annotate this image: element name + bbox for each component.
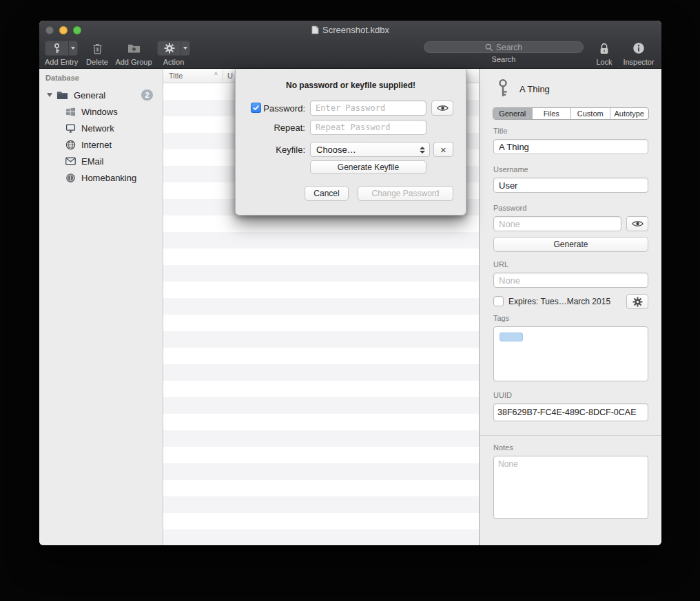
sidebar-item-label: Internet <box>81 140 112 150</box>
search-placeholder: Search <box>496 43 522 52</box>
sidebar-item-label: General <box>74 90 105 101</box>
column-divider[interactable] <box>223 70 223 81</box>
delete-button[interactable]: Delete <box>85 41 110 66</box>
section-divider <box>480 435 661 436</box>
password-reveal-button[interactable] <box>626 216 648 231</box>
tab-general[interactable]: General <box>493 108 533 119</box>
sidebar-item-network[interactable]: Network <box>39 120 163 136</box>
sidebar-item-label: Windows <box>81 107 118 117</box>
expires-label: Expires: Tues…March 2015 <box>508 297 610 306</box>
eye-icon <box>437 104 449 112</box>
password-input[interactable] <box>310 101 426 116</box>
password-checkbox[interactable] <box>251 103 261 113</box>
sidebar-item-general[interactable]: General 2 <box>39 87 163 103</box>
generate-keyfile-button[interactable]: Generate Keyfile <box>310 160 426 174</box>
zoom-button[interactable] <box>73 26 81 34</box>
title-column-header[interactable]: Title <box>169 72 183 80</box>
cancel-button[interactable]: Cancel <box>305 186 349 201</box>
url-field-label: URL <box>493 260 508 268</box>
keyfile-field-label: Keyfile: <box>276 145 305 155</box>
lock-label: Lock <box>596 58 612 66</box>
minimize-button[interactable] <box>59 26 68 34</box>
app-window: Screenshot.kdbx <box>39 21 661 545</box>
eye-icon <box>632 220 644 228</box>
entry-key-icon <box>495 78 511 98</box>
desktop: Screenshot.kdbx <box>0 0 700 601</box>
envelope-icon <box>65 157 76 165</box>
uuid-field[interactable] <box>493 403 648 421</box>
key-icon <box>51 43 63 54</box>
notes-textarea[interactable] <box>493 456 648 519</box>
title-input[interactable] <box>493 139 648 154</box>
lock-button[interactable]: Lock <box>594 41 615 66</box>
action-label: Action <box>163 58 185 66</box>
password-reveal-button[interactable] <box>431 101 453 116</box>
disclosure-triangle-icon[interactable] <box>47 93 52 97</box>
add-group-button[interactable]: Add Group <box>112 41 155 66</box>
tab-files[interactable]: Files <box>533 108 572 119</box>
monitor-icon <box>65 123 76 134</box>
window-title: Screenshot.kdbx <box>322 25 389 35</box>
sidebar-item-label: EMail <box>81 156 104 167</box>
sidebar-item-windows[interactable]: Windows <box>39 103 163 120</box>
expires-settings-button[interactable] <box>626 294 648 309</box>
keyfile-select[interactable]: Choose… <box>310 142 430 157</box>
title-field-label: Title <box>493 127 507 135</box>
username-input[interactable] <box>493 178 648 193</box>
dialog-message: No password or keyfile supplied! <box>236 81 466 90</box>
password-field-label: Password: <box>263 103 305 114</box>
close-button[interactable] <box>45 26 54 34</box>
expires-checkbox[interactable] <box>493 296 504 306</box>
entry-count-badge: 2 <box>141 89 153 101</box>
username-column-header[interactable]: U <box>227 72 233 80</box>
traffic-lights <box>45 26 81 34</box>
tags-box[interactable] <box>493 326 648 381</box>
tab-custom[interactable]: Custom <box>571 108 610 119</box>
add-entry-label: Add Entry <box>45 58 78 66</box>
search-tool: Search Search <box>424 41 584 63</box>
inspector-panel: A Thing General Files Custom Autotype Ti… <box>479 69 661 545</box>
sidebar-item-internet[interactable]: Internet <box>39 136 163 153</box>
action-button[interactable]: Action <box>157 41 190 66</box>
repeat-password-input[interactable] <box>310 120 426 135</box>
add-entry-dropdown[interactable] <box>68 41 77 55</box>
password-dialog: No password or keyfile supplied! Passwor… <box>235 69 466 215</box>
sidebar-item-label: Network <box>81 123 114 134</box>
inspector-button[interactable]: Inspector <box>619 41 658 66</box>
inspector-label: Inspector <box>623 58 654 66</box>
generate-password-button[interactable]: Generate <box>493 237 648 252</box>
search-label: Search <box>492 55 516 63</box>
tag-chip[interactable] <box>500 333 523 341</box>
tab-autotype[interactable]: Autotype <box>610 108 649 119</box>
document-icon <box>311 25 319 34</box>
delete-label: Delete <box>86 58 108 66</box>
sidebar: Database General 2 <box>39 69 163 545</box>
add-folder-icon <box>127 43 141 54</box>
windows-icon <box>65 107 76 117</box>
window-title-area: Screenshot.kdbx <box>39 21 661 39</box>
chevron-down-icon <box>71 47 75 50</box>
tags-field-label: Tags <box>493 314 509 322</box>
action-dropdown[interactable] <box>181 41 189 55</box>
username-field-label: Username <box>493 165 528 173</box>
window-chrome: Screenshot.kdbx <box>39 21 661 69</box>
titlebar: Screenshot.kdbx <box>39 21 661 39</box>
password-field-label: Password <box>493 204 526 212</box>
add-group-label: Add Group <box>115 58 152 66</box>
add-entry-button[interactable]: Add Entry <box>45 41 78 66</box>
repeat-field-label: Repeat: <box>274 123 305 133</box>
trash-icon <box>92 43 103 54</box>
sidebar-section-header: Database <box>45 74 79 82</box>
gear-icon <box>164 43 175 54</box>
stepper-icon <box>420 143 425 158</box>
url-input[interactable] <box>493 273 648 288</box>
sidebar-item-homebanking[interactable]: Homebanking <box>39 169 163 186</box>
sidebar-item-email[interactable]: EMail <box>39 153 163 169</box>
keyfile-clear-button[interactable]: × <box>433 142 453 157</box>
gear-icon <box>632 297 643 307</box>
inspector-tabs: General Files Custom Autotype <box>493 107 649 120</box>
search-input[interactable]: Search <box>424 41 584 53</box>
info-icon <box>632 42 645 54</box>
change-password-button[interactable]: Change Password <box>358 186 453 201</box>
password-input[interactable] <box>493 216 621 231</box>
